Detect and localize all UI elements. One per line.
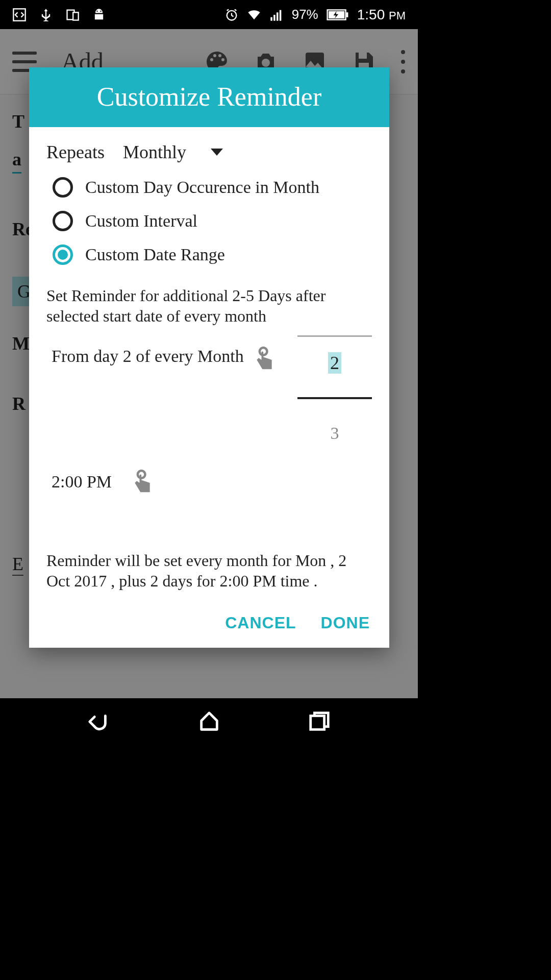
clock-time: 1:50 PM bbox=[357, 7, 406, 23]
dialog-actions: CANCEL DONE bbox=[29, 601, 389, 648]
battery-percent: 97% bbox=[292, 7, 318, 22]
radio-custom-date-range[interactable]: Custom Date Range bbox=[53, 244, 372, 265]
status-right: 97% 1:50 PM bbox=[224, 7, 406, 23]
svg-rect-6 bbox=[270, 17, 272, 20]
chevron-down-icon bbox=[211, 149, 223, 156]
from-day-label: From day 2 of every Month bbox=[52, 347, 244, 366]
days-picker[interactable]: 2 3 bbox=[297, 335, 372, 443]
status-bar: 97% 1:50 PM bbox=[0, 0, 418, 29]
radio-unchecked-icon bbox=[53, 177, 73, 198]
repeats-value: Monthly bbox=[123, 141, 186, 163]
radio-custom-day-occurrence[interactable]: Custom Day Occurence in Month bbox=[53, 177, 372, 198]
dev-icon bbox=[12, 8, 27, 22]
svg-point-22 bbox=[138, 471, 145, 478]
radio-label: Custom Day Occurence in Month bbox=[85, 178, 319, 197]
picker-next-value: 3 bbox=[331, 424, 339, 443]
android-icon bbox=[92, 8, 106, 22]
svg-point-4 bbox=[100, 10, 101, 11]
svg-rect-8 bbox=[277, 12, 279, 20]
helper-text: Set Reminder for additional 2-5 Days aft… bbox=[46, 285, 372, 326]
alarm-icon bbox=[224, 8, 239, 22]
svg-point-21 bbox=[260, 348, 267, 355]
radio-label: Custom Date Range bbox=[85, 245, 225, 264]
signal-icon bbox=[269, 8, 284, 22]
radio-group: Custom Day Occurence in Month Custom Int… bbox=[53, 177, 372, 265]
touch-icon bbox=[131, 470, 154, 496]
devices-icon bbox=[65, 8, 80, 22]
radio-unchecked-icon bbox=[53, 211, 73, 231]
done-button[interactable]: DONE bbox=[321, 614, 370, 632]
recent-apps-icon[interactable] bbox=[308, 709, 331, 732]
usb-icon bbox=[39, 8, 53, 22]
repeats-label: Repeats bbox=[46, 141, 105, 163]
dialog-title: Customize Reminder bbox=[29, 82, 389, 112]
svg-rect-23 bbox=[311, 716, 324, 729]
wifi-icon bbox=[247, 8, 261, 22]
time-row[interactable]: 2:00 PM bbox=[52, 468, 372, 496]
picker-divider bbox=[297, 335, 372, 337]
picker-selected-value: 2 bbox=[328, 352, 341, 374]
touch-icon bbox=[253, 347, 276, 373]
dialog-body: Repeats Monthly Custom Day Occurence in … bbox=[29, 127, 389, 601]
from-day-row: From day 2 of every Month 2 3 bbox=[46, 345, 372, 452]
time-label: 2:00 PM bbox=[52, 472, 112, 492]
battery-charging-icon bbox=[327, 8, 349, 22]
cancel-button[interactable]: CANCEL bbox=[225, 614, 296, 632]
picker-divider bbox=[297, 397, 372, 399]
svg-rect-9 bbox=[280, 10, 282, 20]
svg-point-3 bbox=[96, 10, 97, 11]
summary-text: Reminder will be set every month for Mon… bbox=[46, 550, 372, 591]
repeats-row: Repeats Monthly bbox=[46, 141, 372, 163]
radio-checked-icon bbox=[53, 244, 73, 265]
customize-reminder-dialog: Customize Reminder Repeats Monthly Custo… bbox=[29, 67, 389, 648]
svg-rect-2 bbox=[73, 12, 79, 20]
status-left bbox=[12, 8, 106, 22]
dialog-header: Customize Reminder bbox=[29, 67, 389, 127]
radio-custom-interval[interactable]: Custom Interval bbox=[53, 211, 372, 231]
svg-rect-11 bbox=[346, 12, 348, 17]
repeats-dropdown[interactable]: Monthly bbox=[123, 141, 223, 163]
back-icon[interactable] bbox=[87, 709, 110, 732]
nav-bar bbox=[0, 698, 418, 743]
home-icon[interactable] bbox=[197, 709, 221, 732]
svg-rect-7 bbox=[273, 15, 276, 21]
radio-label: Custom Interval bbox=[85, 211, 197, 231]
